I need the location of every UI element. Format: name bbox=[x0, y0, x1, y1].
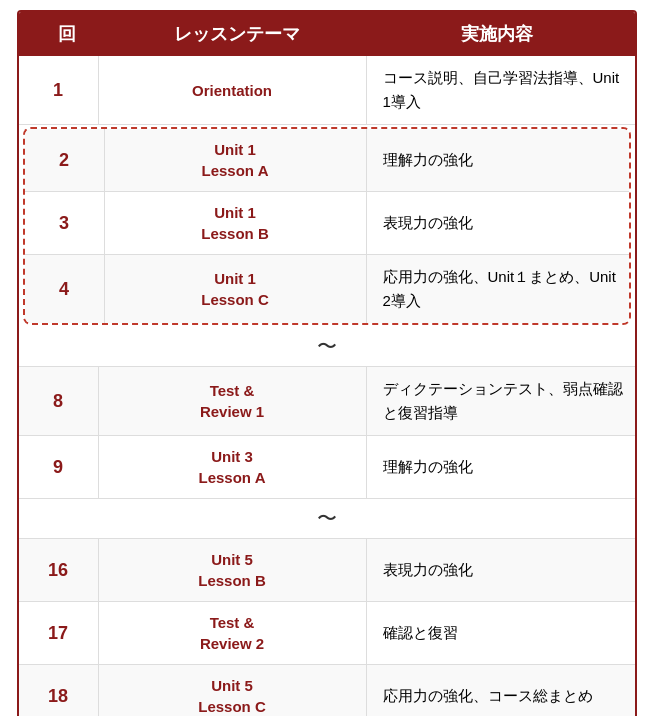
row-theme: Test & Review 1 bbox=[99, 367, 367, 435]
row-content: 確認と復習 bbox=[367, 602, 635, 664]
row-num: 8 bbox=[19, 367, 99, 435]
row-num: 18 bbox=[19, 665, 99, 716]
row-theme: Unit 1 Lesson C bbox=[105, 255, 367, 323]
row-num: 16 bbox=[19, 539, 99, 601]
table-row: 2 Unit 1 Lesson A 理解力の強化 bbox=[25, 129, 629, 192]
table-row: 16 Unit 5 Lesson B 表現力の強化 bbox=[19, 539, 635, 602]
table-row: 17 Test & Review 2 確認と復習 bbox=[19, 602, 635, 665]
row-theme: Test & Review 2 bbox=[99, 602, 367, 664]
table-header: 回 レッスンテーマ 実施内容 bbox=[19, 12, 635, 56]
row-theme: Unit 5 Lesson C bbox=[99, 665, 367, 716]
table-row: 4 Unit 1 Lesson C 応用力の強化、Unit１まとめ、Unit 2… bbox=[25, 255, 629, 323]
table-body: 1 Orientation コース説明、自己学習法指導、Unit 1導入 2 U… bbox=[19, 56, 635, 716]
main-table: 回 レッスンテーマ 実施内容 1 Orientation コース説明、自己学習法… bbox=[17, 10, 637, 716]
row-theme: Unit 1 Lesson A bbox=[105, 129, 367, 191]
table-row: 3 Unit 1 Lesson B 表現力の強化 bbox=[25, 192, 629, 255]
tilde-separator-2: 〜 bbox=[19, 499, 635, 539]
row-num: 17 bbox=[19, 602, 99, 664]
row-content: コース説明、自己学習法指導、Unit 1導入 bbox=[367, 56, 635, 124]
row-num: 2 bbox=[25, 129, 105, 191]
row-content: 表現力の強化 bbox=[367, 192, 629, 254]
row-content: 理解力の強化 bbox=[367, 436, 635, 498]
row-content: 表現力の強化 bbox=[367, 539, 635, 601]
row-num: 9 bbox=[19, 436, 99, 498]
row-num: 1 bbox=[19, 56, 99, 124]
table-row: 9 Unit 3 Lesson A 理解力の強化 bbox=[19, 436, 635, 499]
header-col3: 実施内容 bbox=[367, 22, 627, 46]
row-num: 4 bbox=[25, 255, 105, 323]
table-row: 18 Unit 5 Lesson C 応用力の強化、コース総まとめ bbox=[19, 665, 635, 716]
row-content: 理解力の強化 bbox=[367, 129, 629, 191]
row-content: 応用力の強化、Unit１まとめ、Unit 2導入 bbox=[367, 255, 629, 323]
row-num: 3 bbox=[25, 192, 105, 254]
header-col1: 回 bbox=[27, 22, 107, 46]
header-col2: レッスンテーマ bbox=[107, 22, 367, 46]
dashed-group: 2 Unit 1 Lesson A 理解力の強化 3 Unit 1 Lesson… bbox=[23, 127, 631, 325]
row-theme: Unit 5 Lesson B bbox=[99, 539, 367, 601]
row-content: ディクテーションテスト、弱点確認と復習指導 bbox=[367, 367, 635, 435]
table-row: 8 Test & Review 1 ディクテーションテスト、弱点確認と復習指導 bbox=[19, 367, 635, 436]
row-theme: Unit 3 Lesson A bbox=[99, 436, 367, 498]
table-row: 1 Orientation コース説明、自己学習法指導、Unit 1導入 bbox=[19, 56, 635, 125]
tilde-separator-1: 〜 bbox=[19, 327, 635, 367]
row-content: 応用力の強化、コース総まとめ bbox=[367, 665, 635, 716]
row-theme: Orientation bbox=[99, 56, 367, 124]
row-theme: Unit 1 Lesson B bbox=[105, 192, 367, 254]
